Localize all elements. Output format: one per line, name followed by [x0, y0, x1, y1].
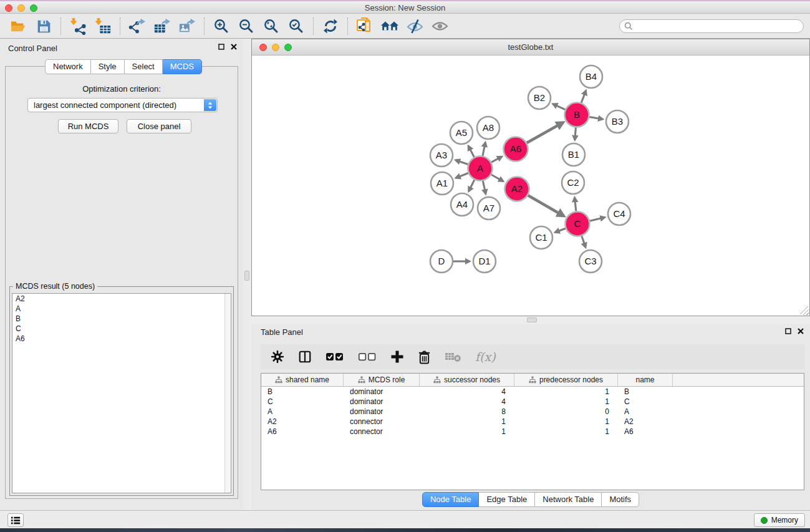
- graph-node-A4[interactable]: A4: [451, 193, 473, 216]
- graph-node-B4[interactable]: B4: [580, 65, 602, 88]
- export-image-button[interactable]: [175, 16, 200, 36]
- graph-node-C[interactable]: C: [566, 212, 590, 236]
- resize-grip[interactable]: [800, 306, 809, 315]
- table-settings-button[interactable]: [271, 350, 284, 364]
- graph-edge-A-A4[interactable]: [469, 180, 475, 191]
- column-header-successor-nodes[interactable]: successor nodes: [420, 374, 514, 386]
- tab-network[interactable]: Network: [45, 59, 91, 74]
- result-item[interactable]: A: [12, 304, 231, 314]
- memory-button[interactable]: Memory: [754, 513, 805, 527]
- tab-mcds[interactable]: MCDS: [163, 59, 202, 74]
- graph-edge-B-B1[interactable]: [575, 127, 576, 140]
- network-from-selection-button[interactable]: [352, 16, 377, 36]
- graph-edge-C-C3[interactable]: [582, 236, 586, 247]
- column-header-MCDS-role[interactable]: MCDS role: [344, 374, 420, 386]
- import-table-button[interactable]: [90, 16, 115, 36]
- graph-edge-B-B3[interactable]: [589, 117, 602, 119]
- run-mcds-button[interactable]: Run MCDS: [58, 119, 118, 133]
- table-row[interactable]: Cdominator41C: [261, 397, 804, 407]
- graph-node-B1[interactable]: B1: [562, 143, 585, 166]
- open-session-button[interactable]: [6, 16, 31, 36]
- import-network-button[interactable]: [65, 16, 90, 36]
- graph-edge-A-A2[interactable]: [491, 175, 503, 181]
- table-row[interactable]: A2connector11A2: [261, 417, 804, 427]
- result-item[interactable]: B: [12, 314, 231, 324]
- graph-node-A5[interactable]: A5: [450, 122, 473, 144]
- vertical-split-divider[interactable]: [243, 39, 251, 510]
- zoom-in-button[interactable]: [209, 16, 234, 36]
- export-table-button[interactable]: [150, 16, 175, 36]
- graph-node-A7[interactable]: A7: [478, 197, 500, 220]
- delete-row-button[interactable]: [418, 350, 431, 364]
- graph-edge-A2-C[interactable]: [528, 195, 564, 216]
- optimization-criterion-dropdown[interactable]: largest connected component (directed): [27, 98, 218, 112]
- column-header-shared-name[interactable]: shared name: [261, 374, 344, 386]
- graph-node-A8[interactable]: A8: [477, 117, 499, 139]
- graph-edge-A-A6[interactable]: [491, 157, 502, 162]
- graph-edge-C-C1[interactable]: [555, 228, 565, 232]
- graph-node-B3[interactable]: B3: [606, 110, 629, 133]
- table-row[interactable]: Bdominator41B: [261, 387, 804, 397]
- destroy-table-button[interactable]: [445, 351, 461, 362]
- apply-layout-button[interactable]: [318, 16, 343, 36]
- graph-node-A2[interactable]: A2: [505, 177, 529, 201]
- graph-node-A[interactable]: A: [468, 157, 493, 181]
- graph-node-B2[interactable]: B2: [528, 87, 551, 109]
- tab-node-table[interactable]: Node Table: [422, 492, 480, 507]
- vertical-split-grabber[interactable]: [244, 271, 249, 281]
- float-panel-icon[interactable]: [218, 44, 224, 50]
- hide-selected-button[interactable]: [402, 16, 427, 36]
- horizontal-split-grabber[interactable]: [527, 317, 537, 322]
- zoom-out-button[interactable]: [234, 16, 259, 36]
- first-neighbors-button[interactable]: [377, 16, 402, 36]
- search-input[interactable]: [619, 19, 804, 33]
- horizontal-split-divider[interactable]: [251, 316, 810, 324]
- export-network-button[interactable]: [125, 16, 150, 36]
- graph-node-C4[interactable]: C4: [608, 203, 630, 225]
- table-row[interactable]: A6connector11A6: [261, 427, 804, 437]
- tab-motifs[interactable]: Motifs: [602, 492, 639, 507]
- table-row[interactable]: Adominator80A: [261, 407, 804, 417]
- tab-network-table[interactable]: Network Table: [535, 492, 602, 507]
- fit-content-button[interactable]: [259, 16, 284, 36]
- result-scrollbar[interactable]: [224, 294, 231, 493]
- graph-node-D1[interactable]: D1: [473, 250, 496, 273]
- graph-edge-A6-B[interactable]: [527, 122, 563, 142]
- column-header-predecessor-nodes[interactable]: predecessor nodes: [514, 374, 618, 386]
- graph-node-C3[interactable]: C3: [579, 250, 602, 273]
- graph-edge-A-A7[interactable]: [483, 181, 485, 194]
- graph-node-A1[interactable]: A1: [431, 172, 453, 195]
- close-table-panel-icon[interactable]: [798, 328, 804, 334]
- graph-edge-B-B4[interactable]: [581, 90, 586, 102]
- graph-edge-C-C2[interactable]: [575, 198, 576, 211]
- graph-edge-A-A1[interactable]: [456, 173, 468, 178]
- add-row-button[interactable]: [390, 350, 404, 364]
- graph-edge-A-A8[interactable]: [483, 143, 485, 156]
- graph-node-C1[interactable]: C1: [530, 226, 552, 249]
- graph-node-A6[interactable]: A6: [504, 137, 528, 162]
- result-item[interactable]: C: [12, 324, 231, 334]
- close-panel-button[interactable]: Close panel: [127, 119, 191, 133]
- graph-node-B[interactable]: B: [565, 103, 589, 127]
- tab-style[interactable]: Style: [91, 59, 125, 74]
- show-all-button[interactable]: [427, 16, 452, 36]
- graph-edge-A-A3[interactable]: [456, 160, 468, 165]
- float-table-panel-icon[interactable]: [785, 328, 791, 334]
- graph-node-D[interactable]: D: [430, 250, 453, 273]
- result-item[interactable]: A2: [12, 294, 231, 304]
- tab-edge-table[interactable]: Edge Table: [479, 492, 535, 507]
- close-panel-icon[interactable]: [231, 44, 237, 50]
- graph-edge-B-B2[interactable]: [553, 104, 565, 110]
- deselect-all-columns-button[interactable]: [358, 352, 377, 362]
- graph-node-C2[interactable]: C2: [562, 172, 584, 194]
- zoom-selected-button[interactable]: [284, 16, 309, 36]
- graph-edge-A-A5[interactable]: [468, 146, 474, 157]
- show-panels-button[interactable]: [7, 513, 24, 527]
- graph-edge-C-C4[interactable]: [590, 218, 605, 221]
- column-header-name[interactable]: name: [618, 374, 673, 386]
- split-view-button[interactable]: [298, 350, 312, 364]
- result-item[interactable]: A6: [12, 334, 231, 344]
- select-all-columns-button[interactable]: [325, 352, 344, 362]
- network-canvas[interactable]: B4B2BB3B1A5A8A6A3AA1A4A7A2C2CC4C1C3DD1: [252, 56, 809, 316]
- function-builder-button[interactable]: f(x): [475, 350, 496, 364]
